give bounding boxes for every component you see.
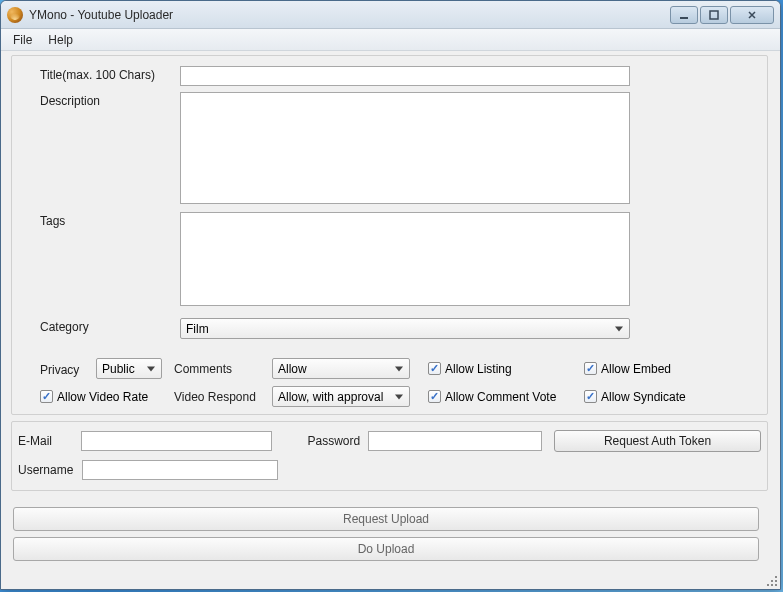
svg-rect-1	[710, 11, 718, 19]
allow-embed-label: Allow Embed	[601, 362, 671, 376]
svg-rect-0	[680, 17, 688, 19]
menubar: File Help	[1, 29, 780, 51]
menu-file[interactable]: File	[5, 31, 40, 49]
title-label: Title(max. 100 Chars)	[40, 66, 180, 82]
menu-help[interactable]: Help	[40, 31, 81, 49]
content-area: Title(max. 100 Chars) Description Tags C…	[1, 51, 780, 589]
email-label: E-Mail	[18, 434, 75, 448]
category-label: Category	[40, 318, 180, 334]
privacy-select[interactable]: Public	[96, 358, 162, 379]
allow-syndicate-label: Allow Syndicate	[601, 390, 686, 404]
password-input[interactable]	[368, 431, 542, 451]
comments-label: Comments	[174, 362, 272, 376]
maximize-button[interactable]	[700, 6, 728, 24]
privacy-value: Public	[102, 362, 135, 376]
password-label: Password	[308, 434, 363, 448]
window-controls	[670, 6, 774, 24]
allow-embed-checkbox[interactable]	[584, 362, 597, 375]
resize-grip[interactable]	[763, 572, 777, 586]
tags-label: Tags	[40, 212, 180, 228]
tags-textarea[interactable]	[180, 212, 630, 306]
window-title: YMono - Youtube Uploader	[29, 8, 670, 22]
title-input[interactable]	[180, 66, 630, 86]
allow-video-rate-checkbox[interactable]	[40, 390, 53, 403]
allow-syndicate-checkbox[interactable]	[584, 390, 597, 403]
minimize-button[interactable]	[670, 6, 698, 24]
close-button[interactable]	[730, 6, 774, 24]
video-details-panel: Title(max. 100 Chars) Description Tags C…	[11, 55, 768, 415]
comments-value: Allow	[278, 362, 307, 376]
request-upload-button[interactable]: Request Upload	[13, 507, 759, 531]
allow-comment-vote-label: Allow Comment Vote	[445, 390, 556, 404]
auth-panel: E-Mail Password Request Auth Token Usern…	[11, 421, 768, 491]
comments-select[interactable]: Allow	[272, 358, 410, 379]
video-respond-value: Allow, with approval	[278, 390, 383, 404]
username-input[interactable]	[82, 460, 278, 480]
video-respond-select[interactable]: Allow, with approval	[272, 386, 410, 407]
java-icon	[7, 7, 23, 23]
request-auth-button[interactable]: Request Auth Token	[554, 430, 761, 452]
allow-comment-vote-checkbox[interactable]	[428, 390, 441, 403]
do-upload-button[interactable]: Do Upload	[13, 537, 759, 561]
allow-listing-checkbox[interactable]	[428, 362, 441, 375]
app-window: YMono - Youtube Uploader File Help Title…	[0, 0, 781, 590]
category-select[interactable]: Film	[180, 318, 630, 339]
privacy-label: Privacy	[40, 361, 96, 377]
email-input[interactable]	[81, 431, 272, 451]
video-respond-label: Video Respond	[174, 390, 272, 404]
description-textarea[interactable]	[180, 92, 630, 204]
allow-listing-label: Allow Listing	[445, 362, 512, 376]
allow-video-rate-label: Allow Video Rate	[57, 390, 148, 404]
username-label: Username	[18, 463, 76, 477]
description-label: Description	[40, 92, 180, 108]
category-value: Film	[186, 322, 209, 336]
titlebar[interactable]: YMono - Youtube Uploader	[1, 1, 780, 29]
